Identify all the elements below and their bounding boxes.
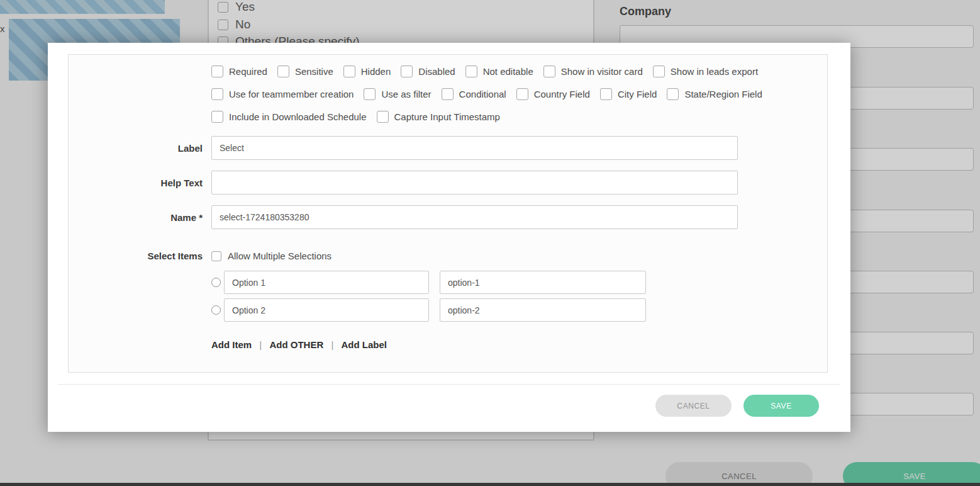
add-item-link[interactable]: Add Item [211, 339, 252, 350]
field-settings-panel: Required Sensitive Hidden Disabled Not e… [68, 54, 828, 373]
flag-label: Use for teammember creation [229, 89, 354, 99]
checkbox-icon[interactable] [364, 88, 376, 100]
flag-label: Required [229, 66, 267, 77]
flag-label: Include in Downloaded Schedule [229, 111, 367, 122]
option-1-label-input[interactable] [224, 271, 429, 294]
checkbox-icon[interactable] [277, 65, 289, 77]
checkbox-icon[interactable] [442, 88, 454, 100]
option-1-value-input[interactable] [440, 271, 646, 294]
flag-city-field[interactable]: City Field [600, 88, 657, 100]
name-field-row: Name * [69, 205, 827, 229]
option-2-value-input[interactable] [440, 298, 646, 322]
flag-label: Show in visitor card [561, 66, 643, 77]
modal-footer: CANCEL SAVE [58, 384, 840, 432]
flags-row-2: Use for teammember creation Use as filte… [211, 88, 827, 100]
flag-label: Show in leads export [671, 66, 758, 77]
checkbox-icon[interactable] [465, 65, 477, 77]
label-field-row: Label [69, 136, 827, 160]
option-2-label-input[interactable] [224, 298, 429, 322]
flag-label: Conditional [459, 89, 506, 99]
flag-label: Hidden [361, 66, 391, 77]
save-button[interactable]: SAVE [743, 395, 819, 417]
radio-icon[interactable] [211, 305, 221, 315]
flag-use-as-filter[interactable]: Use as filter [364, 88, 431, 100]
flag-label: Not editable [483, 66, 533, 77]
add-label-link[interactable]: Add Label [342, 339, 387, 350]
checkbox-icon[interactable] [211, 88, 223, 100]
flag-label: Sensitive [295, 66, 333, 77]
checkbox-icon[interactable] [211, 251, 221, 261]
checkbox-icon[interactable] [211, 111, 223, 123]
checkbox-icon[interactable] [653, 65, 665, 77]
flag-label: State/Region Field [684, 89, 762, 99]
flag-label: Use as filter [381, 89, 431, 99]
flag-not-editable[interactable]: Not editable [465, 65, 533, 77]
flag-disabled[interactable]: Disabled [401, 65, 455, 77]
flags-row-3: Include in Downloaded Schedule Capture I… [211, 110, 827, 123]
flag-use-for-teammember-creation[interactable]: Use for teammember creation [211, 88, 354, 100]
flag-sensitive[interactable]: Sensitive [277, 65, 333, 77]
cancel-button[interactable]: CANCEL [655, 395, 732, 417]
checkbox-icon[interactable] [516, 88, 528, 100]
help-text-input[interactable] [211, 171, 738, 195]
checkbox-icon[interactable] [377, 111, 389, 123]
separator: | [259, 339, 262, 350]
flag-hidden[interactable]: Hidden [343, 65, 391, 77]
name-input[interactable] [211, 205, 738, 229]
field-settings-modal: Required Sensitive Hidden Disabled Not e… [48, 43, 850, 432]
flag-label: Disabled [418, 66, 455, 77]
select-option-row-2 [211, 298, 827, 322]
label-field-label: Label [69, 143, 203, 154]
flag-label: City Field [618, 89, 657, 99]
select-option-row-1 [211, 271, 827, 294]
flag-show-in-leads-export[interactable]: Show in leads export [653, 65, 758, 77]
flag-show-in-visitor-card[interactable]: Show in visitor card [543, 65, 643, 77]
flag-include-in-downloaded-schedule[interactable]: Include in Downloaded Schedule [211, 111, 367, 123]
flag-country-field[interactable]: Country Field [516, 88, 590, 100]
flag-label: Capture Input Timestamp [394, 111, 500, 122]
flags-row-1: Required Sensitive Hidden Disabled Not e… [211, 65, 827, 77]
allow-multiple-label: Allow Multiple Selections [228, 251, 331, 261]
flag-conditional[interactable]: Conditional [442, 88, 506, 100]
add-other-link[interactable]: Add OTHER [269, 339, 323, 350]
checkbox-icon[interactable] [543, 65, 555, 77]
checkbox-icon[interactable] [401, 65, 413, 77]
name-field-label: Name * [69, 212, 203, 223]
separator: | [331, 339, 333, 350]
checkbox-icon[interactable] [343, 65, 355, 77]
checkbox-icon[interactable] [600, 88, 612, 100]
flag-capture-input-timestamp[interactable]: Capture Input Timestamp [377, 111, 500, 123]
checkbox-icon[interactable] [211, 65, 223, 77]
help-text-field-label: Help Text [69, 178, 203, 188]
flag-label: Country Field [534, 89, 590, 99]
flag-required[interactable]: Required [211, 65, 267, 77]
checkbox-icon[interactable] [667, 88, 679, 100]
label-input[interactable] [211, 136, 738, 160]
select-items-row: Select Items Allow Multiple Selections [69, 251, 827, 261]
help-text-field-row: Help Text [69, 171, 827, 195]
radio-icon[interactable] [211, 278, 221, 287]
option-actions-row: Add Item | Add OTHER | Add Label [211, 339, 827, 350]
select-items-label: Select Items [69, 251, 203, 261]
flag-state-region-field[interactable]: State/Region Field [667, 88, 762, 100]
allow-multiple-selections[interactable]: Allow Multiple Selections [211, 251, 331, 261]
